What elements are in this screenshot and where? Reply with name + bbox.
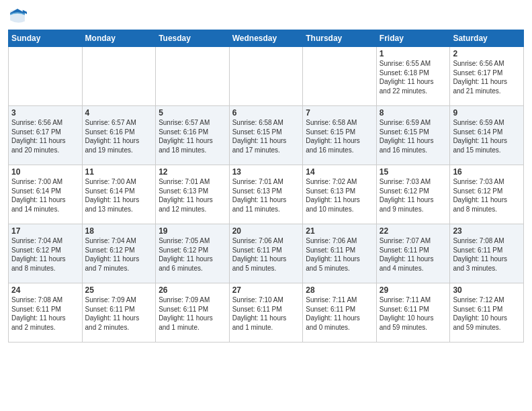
day-info: Sunrise: 7:00 AM Sunset: 6:14 PM Dayligh… xyxy=(11,177,79,214)
calendar-cell: 4Sunrise: 6:57 AM Sunset: 6:16 PM Daylig… xyxy=(82,106,156,165)
day-number: 18 xyxy=(85,226,153,236)
day-info: Sunrise: 7:01 AM Sunset: 6:13 PM Dayligh… xyxy=(159,177,226,214)
calendar-cell: 7Sunrise: 6:58 AM Sunset: 6:15 PM Daylig… xyxy=(303,106,377,165)
day-number: 2 xyxy=(453,49,521,58)
day-info: Sunrise: 7:04 AM Sunset: 6:12 PM Dayligh… xyxy=(11,236,79,273)
weekday-header-row: SundayMondayTuesdayWednesdayThursdayFrid… xyxy=(9,30,524,47)
day-number: 24 xyxy=(11,285,79,295)
day-info: Sunrise: 7:05 AM Sunset: 6:12 PM Dayligh… xyxy=(159,236,226,273)
calendar-cell: 3Sunrise: 6:56 AM Sunset: 6:17 PM Daylig… xyxy=(9,106,83,165)
calendar-cell: 9Sunrise: 6:59 AM Sunset: 6:14 PM Daylig… xyxy=(450,106,524,165)
day-number: 30 xyxy=(453,285,521,295)
calendar-cell: 14Sunrise: 7:02 AM Sunset: 6:13 PM Dayli… xyxy=(303,165,377,224)
calendar-cell: 21Sunrise: 7:06 AM Sunset: 6:11 PM Dayli… xyxy=(303,224,377,283)
calendar-week-row-1: 1Sunrise: 6:55 AM Sunset: 6:18 PM Daylig… xyxy=(9,47,524,106)
weekday-header-thursday: Thursday xyxy=(303,30,377,47)
day-info: Sunrise: 6:58 AM Sunset: 6:15 PM Dayligh… xyxy=(306,118,373,154)
calendar-cell xyxy=(229,47,303,106)
day-number: 27 xyxy=(232,285,300,295)
calendar-cell: 22Sunrise: 7:07 AM Sunset: 6:11 PM Dayli… xyxy=(376,224,450,283)
day-info: Sunrise: 6:55 AM Sunset: 6:18 PM Dayligh… xyxy=(380,59,447,95)
calendar-cell: 13Sunrise: 7:01 AM Sunset: 6:13 PM Dayli… xyxy=(229,165,303,224)
calendar-week-row-2: 3Sunrise: 6:56 AM Sunset: 6:17 PM Daylig… xyxy=(9,106,524,165)
calendar-cell: 30Sunrise: 7:12 AM Sunset: 6:11 PM Dayli… xyxy=(450,283,524,342)
calendar-cell xyxy=(156,47,230,106)
day-number: 23 xyxy=(453,226,521,236)
calendar-cell: 18Sunrise: 7:04 AM Sunset: 6:12 PM Dayli… xyxy=(82,224,156,283)
day-info: Sunrise: 7:11 AM Sunset: 6:11 PM Dayligh… xyxy=(306,295,373,332)
day-info: Sunrise: 7:10 AM Sunset: 6:11 PM Dayligh… xyxy=(232,295,300,332)
day-number: 22 xyxy=(380,226,447,236)
day-number: 19 xyxy=(159,226,226,236)
day-info: Sunrise: 6:59 AM Sunset: 6:14 PM Dayligh… xyxy=(453,118,521,154)
day-number: 14 xyxy=(306,167,373,177)
day-number: 21 xyxy=(306,226,373,236)
calendar-week-row-4: 17Sunrise: 7:04 AM Sunset: 6:12 PM Dayli… xyxy=(9,224,524,283)
day-info: Sunrise: 7:04 AM Sunset: 6:12 PM Dayligh… xyxy=(85,236,153,273)
calendar-cell: 17Sunrise: 7:04 AM Sunset: 6:12 PM Dayli… xyxy=(9,224,83,283)
calendar-cell: 29Sunrise: 7:11 AM Sunset: 6:11 PM Dayli… xyxy=(376,283,450,342)
calendar-cell: 10Sunrise: 7:00 AM Sunset: 6:14 PM Dayli… xyxy=(9,165,83,224)
day-number: 17 xyxy=(11,226,79,236)
calendar-cell: 5Sunrise: 6:57 AM Sunset: 6:16 PM Daylig… xyxy=(156,106,230,165)
calendar-week-row-3: 10Sunrise: 7:00 AM Sunset: 6:14 PM Dayli… xyxy=(9,165,524,224)
header xyxy=(8,7,524,26)
calendar-cell: 19Sunrise: 7:05 AM Sunset: 6:12 PM Dayli… xyxy=(156,224,230,283)
calendar-cell: 15Sunrise: 7:03 AM Sunset: 6:12 PM Dayli… xyxy=(376,165,450,224)
calendar-cell: 20Sunrise: 7:06 AM Sunset: 6:11 PM Dayli… xyxy=(229,224,303,283)
calendar-cell xyxy=(9,47,83,106)
day-number: 16 xyxy=(453,167,521,177)
calendar-cell: 16Sunrise: 7:03 AM Sunset: 6:12 PM Dayli… xyxy=(450,165,524,224)
calendar-cell: 11Sunrise: 7:00 AM Sunset: 6:14 PM Dayli… xyxy=(82,165,156,224)
weekday-header-tuesday: Tuesday xyxy=(156,30,230,47)
day-info: Sunrise: 7:06 AM Sunset: 6:11 PM Dayligh… xyxy=(232,236,300,273)
weekday-header-sunday: Sunday xyxy=(9,30,83,47)
calendar-cell: 23Sunrise: 7:08 AM Sunset: 6:11 PM Dayli… xyxy=(450,224,524,283)
calendar-cell: 8Sunrise: 6:59 AM Sunset: 6:15 PM Daylig… xyxy=(376,106,450,165)
day-number: 29 xyxy=(380,285,447,295)
calendar-cell: 12Sunrise: 7:01 AM Sunset: 6:13 PM Dayli… xyxy=(156,165,230,224)
day-number: 28 xyxy=(306,285,373,295)
weekday-header-friday: Friday xyxy=(376,30,450,47)
logo-icon xyxy=(8,7,27,26)
day-info: Sunrise: 7:12 AM Sunset: 6:11 PM Dayligh… xyxy=(453,295,521,332)
weekday-header-saturday: Saturday xyxy=(450,30,524,47)
day-number: 6 xyxy=(232,108,300,118)
calendar-week-row-5: 24Sunrise: 7:08 AM Sunset: 6:11 PM Dayli… xyxy=(9,283,524,342)
day-info: Sunrise: 7:11 AM Sunset: 6:11 PM Dayligh… xyxy=(380,295,447,332)
day-info: Sunrise: 7:09 AM Sunset: 6:11 PM Dayligh… xyxy=(159,295,226,332)
day-info: Sunrise: 7:03 AM Sunset: 6:12 PM Dayligh… xyxy=(453,177,521,214)
calendar-cell: 1Sunrise: 6:55 AM Sunset: 6:18 PM Daylig… xyxy=(376,47,450,106)
day-number: 25 xyxy=(85,285,153,295)
day-info: Sunrise: 6:56 AM Sunset: 6:17 PM Dayligh… xyxy=(453,59,521,95)
day-number: 1 xyxy=(380,49,447,58)
day-info: Sunrise: 7:07 AM Sunset: 6:11 PM Dayligh… xyxy=(380,236,447,273)
day-info: Sunrise: 7:01 AM Sunset: 6:13 PM Dayligh… xyxy=(232,177,300,214)
calendar-cell xyxy=(303,47,377,106)
day-number: 12 xyxy=(159,167,226,177)
calendar-cell: 26Sunrise: 7:09 AM Sunset: 6:11 PM Dayli… xyxy=(156,283,230,342)
calendar-table: SundayMondayTuesdayWednesdayThursdayFrid… xyxy=(8,30,524,342)
day-info: Sunrise: 6:59 AM Sunset: 6:15 PM Dayligh… xyxy=(380,118,447,154)
day-number: 7 xyxy=(306,108,373,118)
day-info: Sunrise: 7:02 AM Sunset: 6:13 PM Dayligh… xyxy=(306,177,373,214)
calendar-cell: 2Sunrise: 6:56 AM Sunset: 6:17 PM Daylig… xyxy=(450,47,524,106)
day-info: Sunrise: 7:08 AM Sunset: 6:11 PM Dayligh… xyxy=(453,236,521,273)
day-info: Sunrise: 6:57 AM Sunset: 6:16 PM Dayligh… xyxy=(85,118,153,154)
day-number: 13 xyxy=(232,167,300,177)
day-number: 15 xyxy=(380,167,447,177)
calendar-cell xyxy=(82,47,156,106)
day-number: 11 xyxy=(85,167,153,177)
day-number: 5 xyxy=(159,108,226,118)
weekday-header-wednesday: Wednesday xyxy=(229,30,303,47)
day-number: 10 xyxy=(11,167,79,177)
day-info: Sunrise: 6:58 AM Sunset: 6:15 PM Dayligh… xyxy=(232,118,300,154)
day-info: Sunrise: 7:03 AM Sunset: 6:12 PM Dayligh… xyxy=(380,177,447,214)
calendar-cell: 25Sunrise: 7:09 AM Sunset: 6:11 PM Dayli… xyxy=(82,283,156,342)
weekday-header-monday: Monday xyxy=(82,30,156,47)
day-info: Sunrise: 7:06 AM Sunset: 6:11 PM Dayligh… xyxy=(306,236,373,273)
day-info: Sunrise: 6:57 AM Sunset: 6:16 PM Dayligh… xyxy=(159,118,226,154)
day-number: 26 xyxy=(159,285,226,295)
page-container: SundayMondayTuesdayWednesdayThursdayFrid… xyxy=(0,0,532,348)
logo xyxy=(8,7,30,26)
